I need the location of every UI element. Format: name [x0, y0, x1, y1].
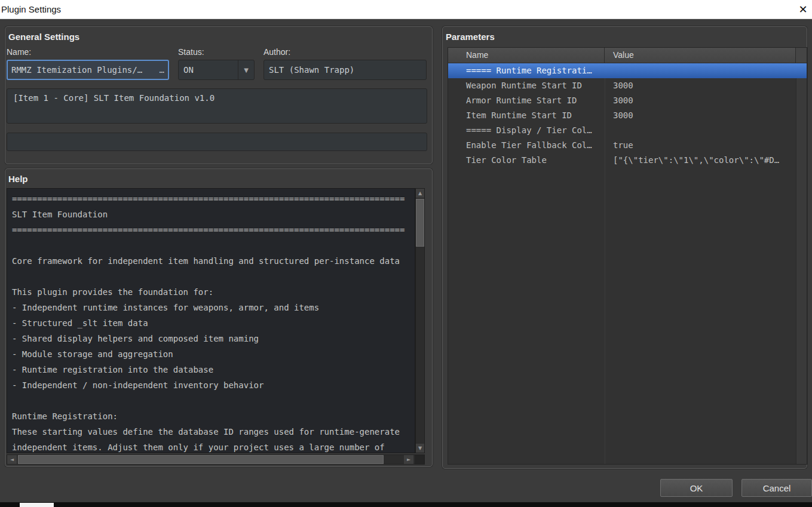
- name-browse-button[interactable]: …: [156, 65, 164, 75]
- table-row[interactable]: Tier Color Table ["{\"tier\":\"1\",\"col…: [448, 153, 807, 168]
- scroll-up-icon[interactable]: ▲: [416, 189, 424, 198]
- general-settings-group: General Settings Name: RMMZ Itemization …: [5, 26, 433, 164]
- parameters-title: Parameters: [446, 32, 495, 42]
- parameters-table-header: Name Value: [448, 48, 807, 63]
- cancel-button[interactable]: Cancel: [741, 479, 812, 497]
- param-value: 3000: [605, 108, 807, 123]
- param-name: Enable Tier Fallback Col…: [448, 138, 605, 153]
- help-title: Help: [8, 174, 28, 184]
- plugin-name-value: RMMZ Itemization Plugins/…: [11, 65, 156, 75]
- author-value: SLT (Shawn Trapp): [269, 65, 354, 75]
- param-value: ["{\"tier\":\"1\",\"color\":\"#D…: [605, 153, 807, 168]
- help-group: Help ===================================…: [5, 168, 433, 467]
- param-name: Weapon Runtime Start ID: [448, 78, 605, 93]
- help-horizontal-scrollbar[interactable]: ◄ ►: [7, 454, 425, 465]
- param-name: ===== Display / Tier Col…: [448, 123, 605, 138]
- scroll-right-icon[interactable]: ►: [404, 455, 413, 464]
- table-row[interactable]: ===== Runtime Registrati…: [448, 63, 807, 78]
- param-name: Item Runtime Start ID: [448, 108, 605, 123]
- general-settings-title: General Settings: [8, 32, 79, 42]
- table-row[interactable]: Weapon Runtime Start ID 3000: [448, 78, 807, 93]
- status-label: Status:: [178, 47, 204, 57]
- ok-button[interactable]: OK: [660, 479, 733, 497]
- author-label: Author:: [263, 47, 290, 57]
- close-icon[interactable]: ✕: [795, 2, 811, 17]
- param-name: Armor Runtime Start ID: [448, 93, 605, 108]
- name-label: Name:: [7, 47, 31, 57]
- background-window-edge: [0, 502, 812, 507]
- parameters-group: Parameters Name Value ===== Runtime Regi…: [442, 26, 807, 469]
- parameters-table: Name Value ===== Runtime Registrati… Wea…: [448, 47, 807, 465]
- vertical-scroll-thumb[interactable]: [416, 199, 424, 247]
- window-titlebar: Plugin Settings ✕: [0, 0, 812, 19]
- column-header-name[interactable]: Name: [448, 48, 605, 63]
- table-row[interactable]: Armor Runtime Start ID 3000: [448, 93, 807, 108]
- scroll-down-icon[interactable]: ▼: [416, 444, 424, 453]
- plugin-description-text: [Item 1 - Core] SLT Item Foundation v1.0: [13, 93, 215, 103]
- param-name: ===== Runtime Registrati…: [448, 63, 605, 78]
- scrollbar-corner: [415, 455, 424, 464]
- table-row[interactable]: ===== Display / Tier Col…: [448, 123, 807, 138]
- chevron-down-icon[interactable]: ▼: [238, 60, 254, 79]
- table-row[interactable]: Enable Tier Fallback Col… true: [448, 138, 807, 153]
- plugin-description-box: [Item 1 - Core] SLT Item Foundation v1.0: [7, 88, 427, 124]
- param-value: [605, 123, 807, 138]
- background-window-chip: [20, 503, 54, 507]
- param-value: [605, 63, 807, 78]
- empty-field: [7, 133, 427, 151]
- param-value: 3000: [605, 78, 807, 93]
- help-vertical-scrollbar[interactable]: ▲ ▼: [415, 188, 425, 453]
- table-row[interactable]: Item Runtime Start ID 3000: [448, 108, 807, 123]
- param-name: Tier Color Table: [448, 153, 605, 168]
- plugin-name-input[interactable]: RMMZ Itemization Plugins/… …: [7, 60, 169, 80]
- param-value: true: [605, 138, 807, 153]
- help-text-area[interactable]: ========================================…: [7, 188, 415, 453]
- status-dropdown[interactable]: ON ▼: [178, 60, 255, 80]
- window-title: Plugin Settings: [1, 4, 61, 14]
- status-value: ON: [183, 65, 194, 75]
- column-header-value[interactable]: Value: [605, 48, 796, 63]
- author-field: SLT (Shawn Trapp): [263, 60, 427, 80]
- param-value: 3000: [605, 93, 807, 108]
- column-header-gutter: [796, 48, 807, 63]
- parameters-table-body: ===== Runtime Registrati… Weapon Runtime…: [448, 63, 807, 464]
- horizontal-scroll-thumb[interactable]: [18, 455, 384, 464]
- scroll-left-icon[interactable]: ◄: [7, 455, 17, 464]
